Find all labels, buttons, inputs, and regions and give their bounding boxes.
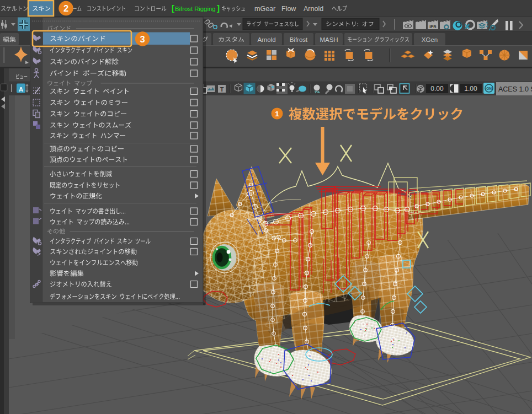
svg-text:ACES 1.0 SD: ACES 1.0 SD [498, 85, 532, 93]
svg-text:MASH: MASH [320, 36, 338, 43]
svg-text:]: ] [217, 3, 220, 13]
svg-text:Bifrost Rigging: Bifrost Rigging [175, 6, 215, 12]
svg-text:XGen: XGen [422, 36, 438, 43]
svg-text:ON: ON [486, 87, 492, 90]
svg-text:[: [ [172, 3, 174, 13]
svg-text:A: A [19, 86, 23, 93]
svg-text:Bifrost: Bifrost [290, 36, 308, 43]
svg-text:Arnold: Arnold [304, 5, 323, 13]
svg-text:T: T [220, 86, 224, 93]
svg-text:0.00: 0.00 [430, 85, 444, 93]
svg-text:2: 2 [63, 3, 68, 13]
svg-text:IPR: IPR [429, 24, 437, 29]
svg-text:mGear: mGear [254, 5, 275, 13]
svg-text:Flow: Flow [281, 5, 296, 13]
svg-text:3: 3 [140, 34, 145, 44]
svg-text:Arnold: Arnold [257, 36, 275, 43]
svg-text:1: 1 [275, 110, 279, 118]
svg-text:1.00: 1.00 [464, 85, 477, 93]
